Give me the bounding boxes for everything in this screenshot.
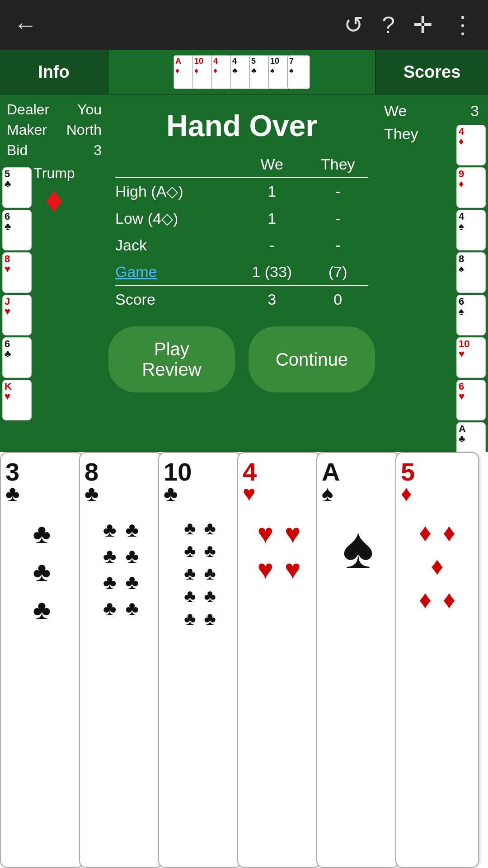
they-label: They	[384, 123, 460, 146]
right-card: 4♦	[456, 125, 486, 165]
card-rank: 8	[84, 459, 157, 485]
score-row-label: High (A◇)	[115, 177, 236, 205]
undo-button[interactable]: ↺	[344, 11, 364, 38]
card-rank: 10	[164, 459, 236, 485]
info-label: Info	[38, 62, 70, 82]
score-row-we: -	[236, 232, 308, 259]
maker-value: North	[59, 120, 102, 140]
bottom-cards-area: 3 ♣ ♣♣♣ 8 ♣ ♣♣ ♣♣ ♣♣ ♣♣ 10 ♣ ♣♣ ♣♣ ♣♣ ♣♣…	[0, 452, 488, 868]
info-tab[interactable]: Info	[0, 50, 108, 94]
card-suit: ♣	[164, 483, 236, 505]
game-link[interactable]: Game	[115, 263, 157, 280]
table-area: Info A♦10♦4♦4♣5♣10♠7♠ Scores Dealer You …	[0, 50, 488, 497]
left-card: K♥	[2, 380, 32, 420]
right-card: 8♠	[456, 252, 486, 293]
score-row-they: -	[308, 205, 368, 232]
hand-card[interactable]: A ♠ ♠	[316, 452, 400, 868]
add-button[interactable]: ✛	[413, 11, 433, 38]
menu-button[interactable]: ⋮	[451, 11, 474, 38]
right-side-cards: 4♦9♦4♠8♠6♠10♥6♥A♣	[454, 99, 488, 488]
left-card: J♥	[2, 295, 32, 335]
hand-card[interactable]: 4 ♥ ♥♥ ♥♥	[237, 452, 321, 868]
score-row-we: 1 (33)	[236, 259, 308, 286]
continue-button[interactable]: Continue	[249, 326, 375, 392]
score-row-we: 1	[236, 205, 308, 232]
left-card: 6♣	[2, 210, 32, 250]
score-table: We They High (A◇)1-Low (4◇)1-Jack--Game1…	[115, 152, 368, 313]
center-content: Hand Over We They High (A◇)1-Low (4◇)1-J…	[108, 95, 375, 497]
we-label: We	[384, 99, 460, 123]
card-suit: ♣	[5, 483, 78, 505]
right-card: 10♥	[456, 337, 486, 378]
center-top-cards: A♦10♦4♦4♣5♣10♠7♠	[171, 53, 312, 91]
left-card: 6♣	[2, 337, 32, 378]
center-top-area: A♦10♦4♦4♣5♣10♠7♠	[108, 50, 375, 94]
right-card: 6♥	[456, 380, 486, 420]
score-row-we: 3	[236, 286, 308, 313]
bid-value: 3	[59, 140, 102, 160]
right-card: 4♠	[456, 210, 486, 250]
mini-card: 7♠	[287, 55, 310, 89]
score-row-they: -	[308, 177, 368, 205]
score-row-label: Low (4◇)	[115, 205, 236, 232]
left-card: 5♣	[2, 167, 32, 208]
right-card: 9♦	[456, 167, 486, 208]
scores-label: Scores	[404, 62, 461, 82]
card-rank: A	[322, 459, 394, 485]
left-side-cards: 5♣6♣8♥J♥6♣K♥	[0, 99, 34, 488]
card-suit: ♠	[322, 483, 394, 505]
col-we: We	[236, 152, 308, 177]
score-row-label: Jack	[115, 232, 236, 259]
score-row-they: 0	[308, 286, 368, 313]
back-button[interactable]: ←	[14, 11, 37, 38]
right-card: 6♠	[456, 295, 486, 335]
card-rank: 4	[243, 459, 315, 485]
buttons-row: Play Review Continue	[108, 326, 375, 392]
hand-card[interactable]: 8 ♣ ♣♣ ♣♣ ♣♣ ♣♣	[79, 452, 163, 868]
scores-tab[interactable]: Scores	[375, 50, 488, 94]
hand-card[interactable]: 10 ♣ ♣♣ ♣♣ ♣♣ ♣♣ ♣♣	[158, 452, 242, 868]
score-row-we: 1	[236, 177, 308, 205]
card-suit: ♥	[243, 483, 315, 505]
hand-card[interactable]: 5 ♦ ♦♦ ♦ ♦♦	[395, 452, 479, 868]
card-suit: ♦	[401, 483, 474, 505]
card-rank: 5	[401, 459, 474, 485]
score-row-they: -	[308, 232, 368, 259]
card-rank: 3	[5, 459, 78, 485]
score-row-they: (7)	[308, 259, 368, 286]
score-row-label: Score	[115, 286, 236, 313]
card-suit: ♣	[84, 483, 157, 505]
header-row: Info A♦10♦4♦4♣5♣10♠7♠ Scores	[0, 50, 488, 95]
dealer-value: You	[59, 99, 102, 120]
col-they: They	[308, 152, 368, 177]
left-card: 8♥	[2, 252, 32, 293]
topbar: ← ↺ ? ✛ ⋮	[0, 0, 488, 50]
help-button[interactable]: ?	[382, 11, 395, 38]
play-review-button[interactable]: Play Review	[108, 326, 235, 392]
hand-card[interactable]: 3 ♣ ♣♣♣	[0, 452, 84, 868]
hand-over-title: Hand Over	[166, 108, 317, 143]
